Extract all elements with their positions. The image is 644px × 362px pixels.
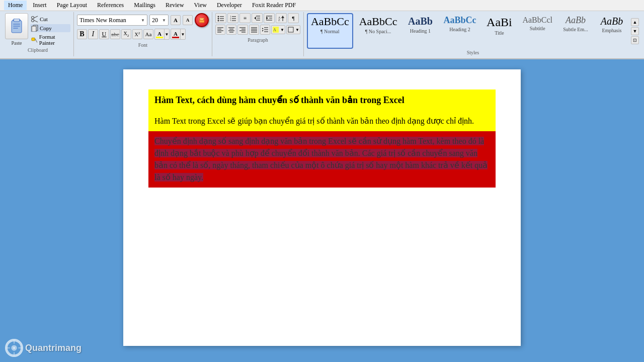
increase-indent-button[interactable] bbox=[264, 13, 275, 23]
style-title[interactable]: AaBi Title bbox=[482, 13, 516, 49]
font-name-value: Times New Roman bbox=[79, 17, 126, 24]
font-size-arrow: ▼ bbox=[162, 18, 166, 23]
document-area: Hàm Text, cách dùng hàm chuyển số thành … bbox=[0, 59, 644, 355]
underline-button[interactable]: U bbox=[99, 29, 109, 39]
increase-indent-icon bbox=[266, 15, 273, 22]
style-subtle-emphasis[interactable]: AaBb Subtle Em... bbox=[558, 13, 593, 49]
svg-marker-33 bbox=[266, 17, 268, 20]
paragraph3-block[interactable]: Chuyển định dạng số sang định dạng văn b… bbox=[148, 131, 496, 188]
selected-text-span: Chuyển định dạng số sang định dạng văn b… bbox=[154, 137, 488, 182]
menu-page-layout[interactable]: Page Layout bbox=[53, 1, 91, 10]
styles-scroll-down[interactable]: ▼ bbox=[631, 27, 639, 35]
bullets-icon bbox=[217, 15, 224, 22]
grow-font-button[interactable]: A bbox=[171, 15, 181, 25]
bold-button[interactable]: B bbox=[77, 29, 87, 39]
svg-rect-15 bbox=[199, 20, 204, 23]
clear-format-button[interactable] bbox=[195, 13, 209, 27]
font-size-dropdown[interactable]: 20 ▼ bbox=[149, 15, 169, 26]
styles-more[interactable]: ⊡ bbox=[631, 36, 639, 44]
svg-rect-12 bbox=[32, 38, 35, 40]
strikethrough-button[interactable]: abc bbox=[110, 29, 120, 39]
paragraph1-text: Hàm Text, cách dùng hàm chuyển số thành … bbox=[154, 94, 490, 107]
style-subtitle[interactable]: AaBbCcl Subtitle bbox=[518, 13, 556, 49]
decrease-indent-button[interactable] bbox=[252, 13, 263, 23]
format-painter-button[interactable]: Format Painter bbox=[30, 33, 70, 46]
page: Hàm Text, cách dùng hàm chuyển số thành … bbox=[123, 69, 521, 346]
multilevel-button[interactable]: ≡ bbox=[239, 13, 251, 23]
numbered-button[interactable]: 1. 2. 3. bbox=[227, 13, 238, 23]
svg-text:3.: 3. bbox=[230, 19, 232, 22]
style-heading1[interactable]: AaBb Heading 1 bbox=[403, 13, 437, 49]
decrease-indent-icon bbox=[254, 15, 261, 22]
svg-rect-4 bbox=[13, 26, 20, 27]
font-size-value: 20 bbox=[152, 17, 158, 24]
shading-icon: A bbox=[273, 27, 279, 33]
highlight-color-button[interactable]: A ▼ bbox=[154, 29, 170, 40]
italic-button[interactable]: I bbox=[88, 29, 98, 39]
svg-point-6 bbox=[32, 17, 34, 19]
style-heading2[interactable]: AaBbCc Heading 2 bbox=[439, 13, 480, 49]
menu-view[interactable]: View bbox=[190, 1, 211, 10]
style-heading1-preview: AaBb bbox=[408, 15, 433, 28]
logo-text: Quantrimang bbox=[25, 343, 82, 353]
menu-home[interactable]: Home bbox=[4, 1, 27, 10]
subscript-button[interactable]: X2 bbox=[121, 29, 131, 39]
font-name-dropdown[interactable]: Times New Roman ▼ bbox=[77, 15, 147, 26]
paste-button[interactable] bbox=[5, 13, 28, 39]
menu-bar: Home Insert Page Layout References Maili… bbox=[0, 0, 644, 11]
sort-button[interactable]: A Z bbox=[276, 13, 287, 23]
paragraph2-block: Hàm Text trong Excel sẽ giúp bạn chuyển … bbox=[148, 111, 496, 131]
menu-mailings[interactable]: Mailings bbox=[130, 1, 159, 10]
menu-review[interactable]: Review bbox=[162, 1, 188, 10]
shrink-font-button[interactable]: A bbox=[183, 15, 193, 25]
sort-icon: A Z bbox=[278, 15, 285, 22]
style-emphasis-preview: AaBb bbox=[601, 15, 623, 27]
font-color-dropdown[interactable]: ▼ bbox=[180, 29, 185, 39]
format-painter-label: Format Painter bbox=[39, 34, 69, 46]
svg-text:Z: Z bbox=[278, 19, 280, 22]
ribbon: Paste Cut bbox=[0, 11, 644, 59]
svg-point-19 bbox=[217, 18, 219, 20]
line-spacing-icon bbox=[262, 27, 269, 33]
style-emphasis[interactable]: AaBb Emphasis bbox=[595, 13, 629, 49]
justify-button[interactable] bbox=[249, 25, 259, 35]
change-case-button[interactable]: Aa bbox=[143, 29, 153, 39]
line-spacing-button[interactable] bbox=[260, 25, 270, 35]
font-section-label: Font bbox=[77, 42, 209, 48]
highlight-dropdown[interactable]: ▼ bbox=[164, 29, 169, 39]
logo-svg bbox=[7, 340, 22, 356]
svg-marker-58 bbox=[262, 30, 264, 32]
font-name-arrow: ▼ bbox=[141, 18, 145, 23]
copy-button[interactable]: Copy bbox=[30, 24, 70, 32]
shading-dropdown-arrow[interactable]: ▼ bbox=[280, 28, 285, 32]
menu-developer[interactable]: Developer bbox=[213, 1, 246, 10]
clipboard-section-label: Clipboard bbox=[5, 47, 70, 53]
logo-icon bbox=[5, 339, 23, 357]
show-marks-button[interactable]: ¶ bbox=[288, 13, 299, 23]
align-left-button[interactable] bbox=[215, 25, 225, 35]
svg-marker-57 bbox=[262, 28, 264, 29]
styles-scroll-up[interactable]: ▲ bbox=[631, 18, 639, 26]
menu-foxit[interactable]: Foxit Reader PDF bbox=[248, 1, 300, 10]
justify-icon bbox=[251, 27, 258, 33]
align-right-button[interactable] bbox=[237, 25, 248, 35]
paragraph-section-label: Paragraph bbox=[215, 37, 300, 43]
style-no-spacing[interactable]: AaBbCc ¶ No Spaci... bbox=[355, 13, 401, 49]
menu-insert[interactable]: Insert bbox=[29, 1, 50, 10]
cut-button[interactable]: Cut bbox=[30, 15, 70, 23]
style-normal[interactable]: AaBbCc ¶ Normal bbox=[307, 13, 353, 49]
svg-rect-5 bbox=[13, 28, 18, 29]
menu-references[interactable]: References bbox=[93, 1, 128, 10]
style-subtle-emphasis-label: Subtle Em... bbox=[563, 27, 588, 32]
shading-button[interactable]: A ▼ bbox=[271, 25, 285, 34]
paste-label: Paste bbox=[11, 40, 22, 46]
superscript-button[interactable]: X2 bbox=[132, 29, 142, 39]
align-center-button[interactable] bbox=[226, 25, 236, 35]
border-dropdown-arrow[interactable]: ▼ bbox=[295, 28, 300, 32]
font-color-button[interactable]: A ▼ bbox=[171, 29, 186, 40]
svg-marker-16 bbox=[199, 18, 204, 20]
border-button[interactable]: ▼ bbox=[286, 25, 300, 34]
bullets-button[interactable] bbox=[215, 13, 226, 23]
highlight-main: A bbox=[155, 29, 164, 39]
svg-rect-3 bbox=[13, 24, 20, 25]
